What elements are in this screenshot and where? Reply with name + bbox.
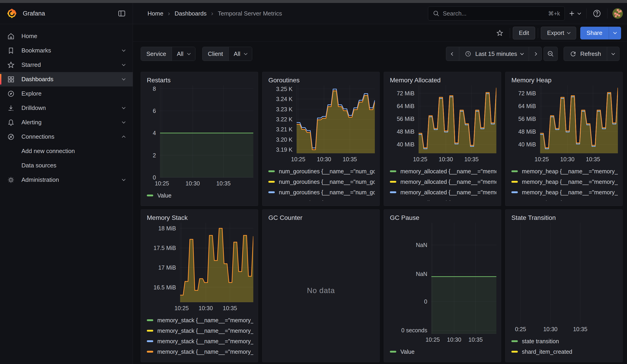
- chevron-down-icon[interactable]: [122, 77, 126, 81]
- chevron-down-icon[interactable]: [122, 177, 126, 181]
- panel-title[interactable]: Goroutines: [268, 77, 375, 84]
- legend-item[interactable]: memory_allocated {__name__="memo: [390, 166, 496, 177]
- plot-area[interactable]: [160, 85, 253, 177]
- plot-area[interactable]: [180, 223, 253, 302]
- service-filter-value[interactable]: All: [172, 47, 195, 61]
- refresh-interval-caret[interactable]: [607, 47, 619, 61]
- plot-area[interactable]: [540, 85, 618, 153]
- x-axis: 10:2510:3010:35: [297, 153, 375, 164]
- search-input[interactable]: [443, 10, 545, 17]
- sidebar-collapse-icon[interactable]: [118, 9, 126, 18]
- y-axis-tick-label: 40 MiB: [518, 141, 536, 148]
- legend-item[interactable]: memory_heap {__name__="memory_h: [511, 166, 618, 177]
- legend-item[interactable]: memory_allocated {__name__="memo: [390, 177, 496, 187]
- legend-item[interactable]: shard_item_created: [511, 346, 618, 357]
- legend-item[interactable]: memory_stack {__name__="memory_s: [147, 346, 253, 357]
- help-icon[interactable]: [593, 9, 601, 18]
- user-avatar[interactable]: [612, 8, 623, 19]
- time-shift-back-button[interactable]: [446, 47, 459, 61]
- sidebar-item-dashboards[interactable]: Dashboards: [0, 72, 133, 86]
- legend-item[interactable]: num_goroutines {__name__="num_go: [268, 177, 375, 187]
- y-axis: 86420: [146, 85, 160, 177]
- legend-label: state transition: [522, 338, 559, 345]
- favorite-star-icon[interactable]: [496, 29, 503, 37]
- chevron-down-icon: [244, 51, 248, 55]
- y-axis-tick-label: 4: [153, 130, 156, 136]
- export-button[interactable]: Export: [541, 27, 576, 40]
- add-new-button[interactable]: [568, 9, 580, 17]
- x-axis-tick-label: 10:30: [199, 305, 213, 312]
- chevron-down-icon[interactable]: [122, 48, 126, 52]
- plot-area[interactable]: [418, 85, 496, 153]
- sidebar-item-label: Administration: [21, 176, 59, 183]
- chevron-down-icon[interactable]: [122, 105, 126, 109]
- brand-area: Grafana: [0, 3, 133, 24]
- legend-item[interactable]: Value: [390, 346, 496, 357]
- legend-item[interactable]: num_goroutines {__name__="num_go: [268, 166, 375, 177]
- sidebar-item-data-sources[interactable]: Data sources: [0, 158, 133, 173]
- legend-item[interactable]: memory_allocated {__name__="memo: [390, 187, 496, 198]
- grafana-logo-icon[interactable]: [7, 8, 17, 18]
- time-shift-forward-button[interactable]: [529, 47, 541, 61]
- plot-area[interactable]: [513, 223, 618, 323]
- client-filter[interactable]: Client All: [202, 47, 252, 61]
- x-axis-tick-label: 10:25: [155, 180, 169, 187]
- sidebar-item-drilldown[interactable]: Drilldown: [0, 101, 133, 115]
- chevron-down-icon[interactable]: [122, 120, 126, 124]
- legend: state transition shard_item_created: [511, 336, 618, 357]
- chevron-down-icon[interactable]: [122, 62, 126, 66]
- client-filter-value[interactable]: All: [228, 47, 252, 61]
- sidebar-item-administration[interactable]: Administration: [0, 173, 133, 187]
- y-axis-tick-label: 3.22 K: [276, 116, 293, 123]
- legend-item[interactable]: memory_stack {__name__="memory_s: [147, 315, 253, 325]
- breadcrumb-home[interactable]: Home: [148, 10, 163, 17]
- x-axis: 0:2510:3010:35: [513, 323, 618, 334]
- search-box[interactable]: ⌘+k: [428, 6, 565, 20]
- share-button[interactable]: Share: [580, 27, 609, 40]
- sidebar-item-explore[interactable]: Explore: [0, 86, 133, 101]
- legend-item[interactable]: num_goroutines {__name__="num_go: [268, 198, 375, 201]
- y-axis-tick-label: 17.5 MiB: [154, 245, 176, 251]
- edit-button[interactable]: Edit: [513, 27, 535, 40]
- panel-title[interactable]: GC Counter: [268, 214, 375, 221]
- sidebar-item-label: Data sources: [21, 162, 56, 169]
- legend-item[interactable]: memory_allocated {__name__="memo: [390, 198, 496, 201]
- y-axis-tick-label: 3.23 K: [276, 106, 293, 112]
- legend-label: num_goroutines {__name__="num_go: [279, 189, 375, 196]
- breadcrumb-dashboards[interactable]: Dashboards: [175, 10, 207, 17]
- sidebar-item-alerting[interactable]: Alerting: [0, 115, 133, 130]
- chevron-down-icon: [613, 31, 617, 34]
- legend-item[interactable]: num_goroutines {__name__="num_go: [268, 187, 375, 198]
- legend-item[interactable]: memory_heap {__name__="memory_h: [511, 198, 618, 201]
- sidebar-item-starred[interactable]: Starred: [0, 58, 133, 72]
- service-filter[interactable]: Service All: [141, 47, 195, 61]
- legend-item[interactable]: memory_stack {__name__="memory_s: [147, 336, 253, 346]
- panel-title[interactable]: GC Pause: [390, 214, 496, 221]
- panel-title[interactable]: Restarts: [147, 77, 253, 84]
- chevron-up-icon[interactable]: [122, 136, 126, 139]
- refresh-button[interactable]: Refresh: [564, 47, 607, 61]
- panel-title[interactable]: Memory Heap: [511, 77, 618, 84]
- sidebar-item-connections[interactable]: Connections: [0, 130, 133, 144]
- sidebar-item-add-new-connection[interactable]: Add new connection: [0, 144, 133, 158]
- legend-item[interactable]: memory_heap {__name__="memory_h: [511, 187, 618, 198]
- chevron-left-icon: [451, 52, 455, 56]
- sidebar-item-home[interactable]: Home: [0, 29, 133, 43]
- y-axis-tick-label: NaN: [416, 270, 427, 277]
- plot-area[interactable]: [297, 85, 375, 153]
- legend-item[interactable]: memory_heap {__name__="memory_h: [511, 177, 618, 187]
- x-axis-tick-label: 10:30: [447, 336, 461, 343]
- zoom-out-button[interactable]: [544, 47, 558, 61]
- legend-item[interactable]: memory_stack {__name__="memory_s: [147, 325, 253, 336]
- legend-item[interactable]: Value: [147, 190, 253, 201]
- plot-area[interactable]: [431, 223, 496, 334]
- panel-title[interactable]: Memory Allocated: [390, 77, 496, 84]
- panel-title[interactable]: State Transition: [511, 214, 618, 221]
- legend-item[interactable]: state transition: [511, 336, 618, 346]
- share-menu-caret[interactable]: [609, 27, 621, 40]
- panel-title[interactable]: Memory Stack: [147, 214, 253, 221]
- sidebar-item-bookmarks[interactable]: Bookmarks: [0, 43, 133, 58]
- time-range-picker[interactable]: Last 15 minutes: [459, 47, 529, 61]
- legend: Value: [390, 346, 496, 357]
- panel-memory-stack: Memory Stack 18 MiB17.5 MiB17 MiB16.5 Mi…: [141, 209, 258, 362]
